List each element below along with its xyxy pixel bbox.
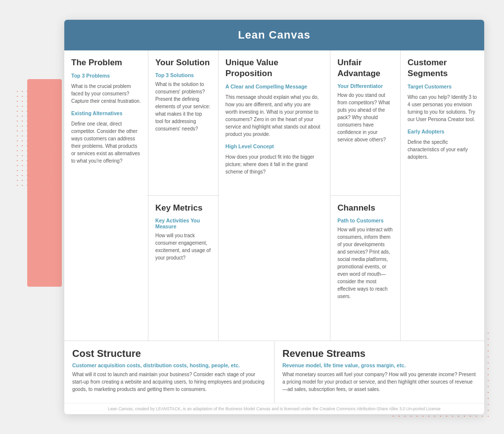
- canvas-header: Lean Canvas: [64, 20, 484, 50]
- coststructure-subtitle: Customer acquisition costs, distribution…: [72, 362, 266, 368]
- keymetrics-section: Key Metrics Key Activities You Measure H…: [148, 196, 218, 341]
- lean-canvas-card: Lean Canvas The Problem Top 3 Problems W…: [64, 20, 484, 414]
- unfair-body1: How do you stand out from competitors? W…: [337, 91, 393, 143]
- channels-title: Channels: [337, 203, 393, 214]
- coststructure-body: What will it cost to launch and maintain…: [72, 371, 266, 393]
- problem-body1: What is the crucial problem faced by you…: [71, 83, 141, 105]
- channels-section: Channels Path to Customers How will you …: [330, 196, 400, 341]
- keymetrics-title: Key Metrics: [155, 203, 211, 214]
- unfair-channels-column: Unfair Advantage Your Differentiator How…: [330, 50, 401, 341]
- customersegments-title: Customer Segments: [408, 57, 477, 79]
- uvp-body2: How does your product fit into the bigge…: [226, 153, 323, 175]
- revenuestreams-body: What monetary sources will fuel your com…: [282, 371, 476, 393]
- problem-column: The Problem Top 3 Problems What is the c…: [64, 50, 148, 341]
- canvas-main: The Problem Top 3 Problems What is the c…: [64, 50, 484, 414]
- solution-keymetrics-column: Your Solution Top 3 Solutions What is th…: [148, 50, 219, 341]
- customersegments-body2: Define the specific characteristics of y…: [408, 138, 477, 161]
- bottom-section: Cost Structure Customer acquisition cost…: [64, 341, 484, 403]
- canvas-title: Lean Canvas: [74, 29, 474, 42]
- customersegments-subtitle2: Early Adopters: [408, 128, 477, 136]
- revenuestreams-title: Revenue Streams: [282, 348, 476, 359]
- solution-section: Your Solution Top 3 Solutions What is th…: [148, 50, 218, 196]
- problem-subtitle1: Top 3 Problems: [71, 72, 141, 80]
- keymetrics-subtitle1: Key Activities You Measure: [155, 217, 211, 229]
- customersegments-body1: Who can you help? Identify 3 to 4 user p…: [408, 93, 477, 123]
- uvp-subtitle1: A Clear and Compelling Message: [226, 83, 323, 91]
- revenuestreams-column: Revenue Streams Revenue model, life time…: [275, 341, 484, 403]
- revenuestreams-subtitle: Revenue model, life time value, gross ma…: [282, 362, 476, 368]
- customersegments-subtitle1: Target Customers: [408, 83, 477, 91]
- uvp-title: Unique Value Proposition: [226, 57, 323, 79]
- keymetrics-body1: How will you track consumer engagement, …: [155, 232, 211, 261]
- problem-body2: Define one clear, direct competitor. Con…: [71, 120, 141, 165]
- coststructure-column: Cost Structure Customer acquisition cost…: [64, 341, 275, 403]
- unfair-subtitle1: Your Differentiator: [337, 83, 393, 89]
- solution-title: Your Solution: [155, 57, 211, 68]
- problem-subtitle2: Existing Alternatives: [71, 110, 141, 118]
- channels-subtitle1: Path to Customers: [337, 217, 393, 223]
- uvp-subtitle2: High Level Concept: [226, 143, 323, 151]
- solution-subtitle1: Top 3 Solutions: [155, 72, 211, 78]
- unfair-section: Unfair Advantage Your Differentiator How…: [330, 50, 400, 196]
- customersegments-column: Customer Segments Target Customers Who c…: [401, 50, 484, 341]
- decorative-dots-left: [15, 89, 54, 188]
- footer-text: Lean Canvas, created by LEANSTACK, is an…: [108, 406, 441, 411]
- channels-body1: How will you interact with consumers, in…: [337, 226, 393, 300]
- top-section: The Problem Top 3 Problems What is the c…: [64, 50, 484, 341]
- canvas-footer: Lean Canvas, created by LEANSTACK, is an…: [64, 403, 484, 414]
- coststructure-title: Cost Structure: [72, 348, 266, 359]
- problem-title: The Problem: [71, 57, 141, 68]
- uvp-body1: This message should explain what you do,…: [226, 93, 323, 138]
- unfair-title: Unfair Advantage: [337, 57, 393, 79]
- uvp-column: Unique Value Proposition A Clear and Com…: [219, 50, 330, 341]
- solution-body1: What is the solution to consumers' probl…: [155, 81, 211, 132]
